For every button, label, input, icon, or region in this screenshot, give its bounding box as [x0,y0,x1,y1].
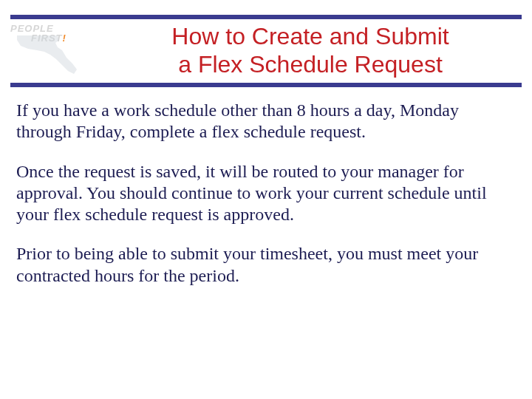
paragraph-3: Prior to being able to submit your times… [16,243,516,287]
paragraph-1: If you have a work schedule other than 8… [16,100,516,143]
florida-silhouette-icon [15,33,89,75]
body-text: If you have a work schedule other than 8… [16,100,516,304]
paragraph-2: Once the request is saved, it will be ro… [16,161,516,226]
title-line2: a Flex Schedule Request [178,51,443,78]
slide-title: How to Create and Submit a Flex Schedule… [111,22,510,79]
rule-bottom [10,83,522,87]
title-line1: How to Create and Submit [171,23,449,50]
slide: PEOPLE FIRST! How to Create and Submit a… [0,0,532,399]
rule-top [10,15,522,19]
logo-people-first: PEOPLE FIRST! [10,24,99,68]
